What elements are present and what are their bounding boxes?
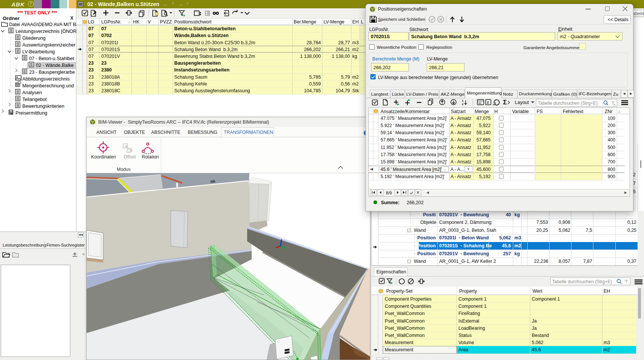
svg-text:2: 2 — [462, 102, 464, 106]
svg-text:Gliederung: Gliederung — [22, 36, 46, 41]
svg-text:Modus: Modus — [117, 167, 131, 172]
svg-text:Koordinaten: Koordinaten — [91, 154, 116, 160]
svg-text:23 - Bauspenglerarbe: 23 - Bauspenglerarbe — [29, 70, 75, 75]
svg-text:1: 1 — [462, 99, 464, 102]
svg-text:Auswertungskennzeicher: Auswertungskennzeicher — [22, 42, 76, 48]
svg-text:Mengenberechnung und: Mengenberechnung und — [22, 83, 74, 88]
svg-text:Analysen: Analysen — [22, 90, 42, 95]
svg-text:Preisermittlung: Preisermittlung — [15, 110, 47, 116]
svg-text:Datei AVAAG\DEMO AVA MIT B:: Datei AVAAG\DEMO AVA MIT B: — [9, 22, 76, 27]
svg-text:Offset: Offset — [124, 154, 136, 160]
svg-text:ω: ω — [478, 101, 481, 105]
svg-text:Σ: Σ — [503, 99, 507, 106]
svg-text:02 - Wände,Balke: 02 - Wände,Balke — [36, 63, 74, 68]
svg-text:Leistungsverzeichnis [ÖNOR: Leistungsverzeichnis [ÖNOR — [15, 29, 76, 34]
svg-text:Rotation: Rotation — [142, 154, 159, 160]
svg-text:Layout: Layout — [515, 100, 529, 105]
svg-text:07 - Beton-u.Stahlbet: 07 - Beton-u.Stahlbet — [29, 56, 74, 61]
svg-text:Bewertungskriterien: Bewertungskriterien — [22, 104, 64, 109]
svg-text:Teilangebot: Teilangebot — [22, 97, 47, 102]
svg-text:LV-Bearbeitung: LV-Bearbeitung — [22, 49, 55, 54]
svg-text:Abbildungsverzeichnis: Abbildungsverzeichnis — [22, 76, 70, 82]
svg-text:z: z — [487, 100, 489, 104]
